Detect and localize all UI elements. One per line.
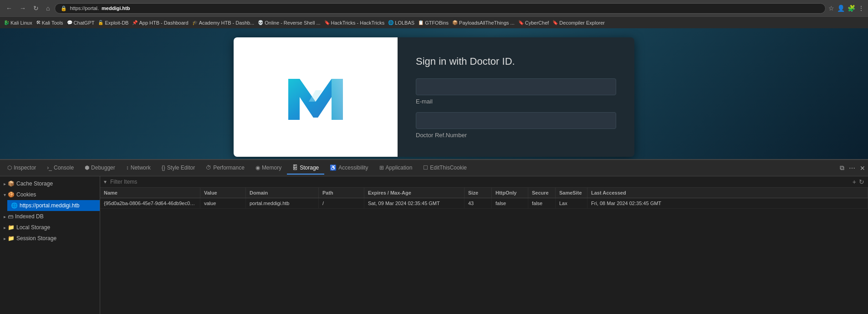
bookmark-item[interactable]: 📋GTFOBins [418, 20, 449, 26]
tab-label: Performance [213, 165, 245, 171]
tab-icon: ☐ [423, 165, 428, 171]
tab-network[interactable]: ↕Network [121, 162, 156, 175]
doctor-ref-field-container: Doctor Ref.Number [416, 112, 616, 139]
login-container: Sign in with Doctor ID. E-mail Doctor Re… [234, 37, 634, 157]
bookmark-item[interactable]: 💀Online - Reverse Shell ... [258, 20, 320, 26]
sidebar-child-item[interactable]: 🌐 https://portal.meddigi.htb [7, 200, 100, 211]
refresh-button[interactable]: ↻ [31, 4, 41, 13]
header-path: Path [319, 188, 364, 198]
cookies-table-header: NameValueDomainPathExpires / Max-AgeSize… [100, 188, 868, 198]
bookmark-item[interactable]: 🌐LOLBAS [388, 20, 414, 26]
bookmark-item[interactable]: 📦PayloadsAllTheThings ... [452, 20, 515, 26]
profile-icon[interactable]: 👤 [837, 5, 845, 12]
bookmark-item[interactable]: 🔖HackTricks - HackTricks [324, 20, 385, 26]
devtools-more-button[interactable]: ⋯ [848, 164, 856, 173]
devtools-body: ▸ 📦 Cache Storage ▾ 🍪 Cookies 🌐 https://… [0, 176, 868, 314]
table-row[interactable]: {95d0a2ba-0806-45e7-9d64-46db9ec06acc}va… [100, 198, 868, 209]
tab-label: Storage [300, 165, 319, 171]
browser-chrome: ← → ↻ ⌂ 🔒 https://portal.meddigi.htb ☆ 👤… [0, 0, 868, 28]
tab-application[interactable]: ⊞Application [374, 162, 418, 175]
devtools-close-button[interactable]: ✕ [859, 164, 866, 173]
doctor-ref-label: Doctor Ref.Number [416, 132, 616, 139]
header-value: Value [200, 188, 246, 198]
bookmark-item[interactable]: 📌App HTB - Dashboard [132, 20, 188, 26]
sidebar-item-indexed-db[interactable]: ▸ 🗃 Indexed DB [0, 211, 100, 222]
devtools-tabs: ⬡Inspector›_Console⬢Debugger↕Network{}St… [0, 160, 868, 176]
nav-bar: ← → ↻ ⌂ 🔒 https://portal.meddigi.htb ☆ 👤… [0, 0, 868, 16]
expand-icon: ▸ [4, 225, 6, 230]
tab-icon: ♿ [330, 165, 337, 171]
sidebar-item-session-storage[interactable]: ▸ 📁 Session Storage [0, 233, 100, 244]
cell-samesite: Lax [556, 198, 587, 208]
doctor-ref-input[interactable] [416, 112, 616, 129]
tab-debugger[interactable]: ⬢Debugger [79, 162, 121, 175]
cell-path: / [319, 198, 364, 208]
tab-inspector[interactable]: ⬡Inspector [2, 162, 41, 175]
login-form-panel: Sign in with Doctor ID. E-mail Doctor Re… [398, 37, 634, 157]
home-button[interactable]: ⌂ [44, 4, 52, 13]
tab-icon: ⏱ [206, 165, 211, 171]
section-label: Indexed DB [15, 213, 96, 220]
refresh-cookies-button[interactable]: ↻ [859, 178, 864, 185]
sidebar-section: ▸ 📁 Local Storage [0, 222, 100, 233]
tab-icon: ◉ [255, 165, 260, 171]
filter-actions: + ↻ [853, 178, 864, 185]
svg-marker-1 [332, 79, 343, 120]
devtools-sidebar: ▸ 📦 Cache Storage ▾ 🍪 Cookies 🌐 https://… [0, 176, 100, 314]
menu-icon[interactable]: ⋮ [858, 5, 864, 12]
tab-memory[interactable]: ◉Memory [250, 162, 287, 175]
sidebar-item-local-storage[interactable]: ▸ 📁 Local Storage [0, 222, 100, 233]
section-label: Session Storage [16, 235, 96, 242]
tab-label: Inspector [14, 165, 36, 171]
star-icon[interactable]: ☆ [828, 5, 834, 12]
child-label: https://portal.meddigi.htb [20, 202, 96, 209]
email-label: E-mail [416, 98, 616, 105]
back-button[interactable]: ← [4, 4, 15, 13]
cell-secure: false [528, 198, 556, 208]
sidebar-section: ▸ 🗃 Indexed DB [0, 211, 100, 222]
tab-label: Network [131, 165, 151, 171]
bookmark-item[interactable]: 🔖Decompiler Explorer [552, 20, 605, 26]
sidebar-item-cache-storage[interactable]: ▸ 📦 Cache Storage [0, 178, 100, 189]
nav-icons: ☆ 👤 🧩 ⋮ [828, 5, 864, 12]
tab-console[interactable]: ›_Console [41, 162, 79, 175]
sidebar-item-cookies[interactable]: ▾ 🍪 Cookies [0, 189, 100, 200]
tab-icon: ⬢ [85, 165, 89, 171]
tab-editthiscookie[interactable]: ☐EditThisCookie [418, 162, 472, 175]
expand-icon: ▸ [4, 181, 6, 186]
devtools-panel: ⬡Inspector›_Console⬢Debugger↕Network{}St… [0, 159, 868, 314]
bookmark-item[interactable]: 🔖CyberChef [518, 20, 549, 26]
tab-icon: ⊞ [379, 165, 384, 171]
cell-last-accessed: Fri, 08 Mar 2024 02:35:45 GMT [587, 198, 868, 208]
bookmark-item[interactable]: 🔓Exploit-DB [98, 20, 128, 26]
bookmark-item[interactable]: 🛠Kali Tools [36, 20, 63, 26]
filter-icon: ▾ [104, 179, 107, 185]
tab-icon: ›_ [47, 165, 52, 171]
tab-performance[interactable]: ⏱Performance [200, 162, 250, 175]
logo-panel [234, 37, 398, 157]
bookmark-item[interactable]: 🎓Academy HTB - Dashb... [192, 20, 255, 26]
cell-httponly: false [492, 198, 528, 208]
sidebar-section: ▸ 📁 Session Storage [0, 233, 100, 244]
section-label: Local Storage [16, 224, 96, 231]
tab-storage[interactable]: 🗄Storage [287, 162, 324, 175]
cell-expires---max-age: Sat, 09 Mar 2024 02:35:45 GMT [364, 198, 465, 208]
tab-accessibility[interactable]: ♿Accessibility [324, 162, 373, 175]
cookies-table-body: {95d0a2ba-0806-45e7-9d64-46db9ec06acc}va… [100, 198, 868, 209]
logo-svg [279, 61, 352, 134]
email-input[interactable] [416, 78, 616, 95]
expand-icon: ▾ [4, 192, 6, 197]
forward-button[interactable]: → [17, 4, 28, 13]
filter-input[interactable] [110, 179, 849, 185]
add-cookie-button[interactable]: + [853, 178, 856, 185]
tab-label: Style Editor [167, 165, 195, 171]
tab-style-editor[interactable]: {}Style Editor [156, 162, 200, 175]
bookmark-item[interactable]: 💬ChatGPT [67, 20, 95, 26]
cell-domain: portal.meddigi.htb [246, 198, 319, 208]
sidebar-sub: 🌐 https://portal.meddigi.htb [0, 200, 100, 211]
extension-icon[interactable]: 🧩 [848, 5, 855, 12]
bookmark-item[interactable]: 🐉Kali Linux [4, 20, 32, 26]
devtools-actions: ⧉ ⋯ ✕ [839, 163, 866, 173]
address-bar[interactable]: 🔒 https://portal.meddigi.htb [55, 3, 826, 14]
devtools-undock-button[interactable]: ⧉ [839, 163, 845, 173]
